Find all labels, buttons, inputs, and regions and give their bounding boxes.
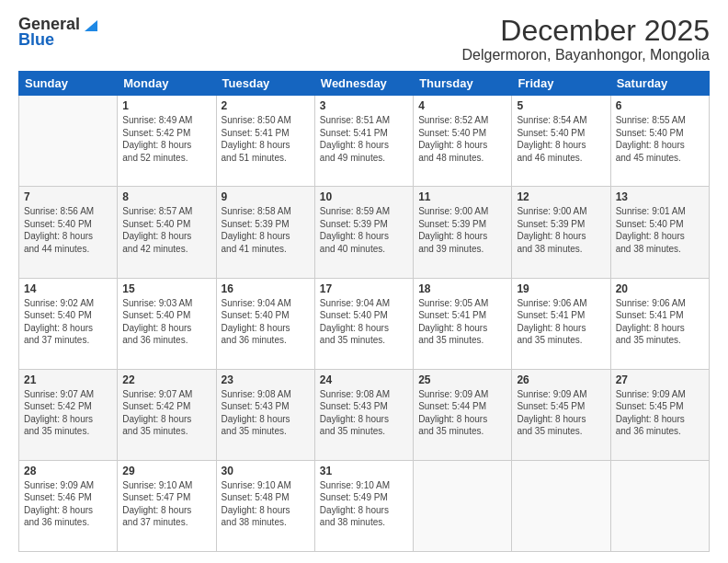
calendar-week-row: 21Sunrise: 9:07 AMSunset: 5:42 PMDayligh… xyxy=(19,369,710,460)
day-number: 16 xyxy=(222,282,310,295)
daylight-hours-label: Daylight: 8 hours xyxy=(24,231,93,241)
calendar-cell: 26Sunrise: 9:09 AMSunset: 5:45 PMDayligh… xyxy=(512,369,610,460)
calendar-cell: 23Sunrise: 9:08 AMSunset: 5:43 PMDayligh… xyxy=(216,369,314,460)
daylight-minutes-label: and 40 minutes. xyxy=(320,244,385,254)
daylight-hours-label: Daylight: 8 hours xyxy=(418,414,487,424)
header: General Blue December 2025 Delgermoron, … xyxy=(18,15,710,63)
logo-blue-text: Blue xyxy=(18,30,54,50)
month-year-title: December 2025 xyxy=(462,15,711,47)
sunrise-text: Sunrise: 9:02 AM xyxy=(24,298,94,308)
day-number: 18 xyxy=(418,282,506,295)
daylight-hours-label: Daylight: 8 hours xyxy=(418,140,487,150)
daylight-hours-label: Daylight: 8 hours xyxy=(517,140,586,150)
daylight-minutes-label: and 45 minutes. xyxy=(616,153,681,163)
daylight-minutes-label: and 38 minutes. xyxy=(517,244,582,254)
calendar-week-row: 28Sunrise: 9:09 AMSunset: 5:46 PMDayligh… xyxy=(19,460,710,551)
sunset-text: Sunset: 5:43 PM xyxy=(320,401,388,411)
sunrise-text: Sunrise: 9:09 AM xyxy=(517,389,586,399)
calendar-cell: 5Sunrise: 8:54 AMSunset: 5:40 PMDaylight… xyxy=(512,96,610,187)
calendar-cell: 3Sunrise: 8:51 AMSunset: 5:41 PMDaylight… xyxy=(314,96,413,187)
calendar-cell: 6Sunrise: 8:55 AMSunset: 5:40 PMDaylight… xyxy=(610,96,709,187)
svg-marker-0 xyxy=(85,20,97,31)
calendar-cell: 7Sunrise: 8:56 AMSunset: 5:40 PMDaylight… xyxy=(19,187,118,278)
daylight-hours-label: Daylight: 8 hours xyxy=(122,414,191,424)
sunrise-text: Sunrise: 9:03 AM xyxy=(122,298,192,308)
sunset-text: Sunset: 5:43 PM xyxy=(222,401,290,411)
sunset-text: Sunset: 5:41 PM xyxy=(222,128,290,138)
day-number: 2 xyxy=(222,99,310,112)
daylight-minutes-label: and 36 minutes. xyxy=(616,426,681,436)
sunset-text: Sunset: 5:40 PM xyxy=(222,310,290,320)
daylight-hours-label: Daylight: 8 hours xyxy=(320,140,389,150)
daylight-minutes-label: and 49 minutes. xyxy=(320,153,385,163)
sunset-text: Sunset: 5:42 PM xyxy=(122,401,190,411)
calendar-cell: 19Sunrise: 9:06 AMSunset: 5:41 PMDayligh… xyxy=(512,278,610,369)
daylight-hours-label: Daylight: 8 hours xyxy=(122,140,191,150)
day-header-wednesday: Wednesday xyxy=(314,72,413,96)
sunset-text: Sunset: 5:40 PM xyxy=(24,219,92,229)
day-header-tuesday: Tuesday xyxy=(216,72,314,96)
sunset-text: Sunset: 5:41 PM xyxy=(517,310,585,320)
calendar-header-row: SundayMondayTuesdayWednesdayThursdayFrid… xyxy=(19,72,710,96)
day-number: 11 xyxy=(418,190,506,203)
calendar-week-row: 14Sunrise: 9:02 AMSunset: 5:40 PMDayligh… xyxy=(19,278,710,369)
sunrise-text: Sunrise: 9:00 AM xyxy=(517,206,586,216)
day-number: 15 xyxy=(122,282,210,295)
daylight-minutes-label: and 39 minutes. xyxy=(418,244,483,254)
daylight-hours-label: Daylight: 8 hours xyxy=(222,140,290,150)
daylight-hours-label: Daylight: 8 hours xyxy=(122,323,191,333)
sunrise-text: Sunrise: 9:08 AM xyxy=(320,389,390,399)
calendar-cell xyxy=(19,96,118,187)
sunrise-text: Sunrise: 9:08 AM xyxy=(222,389,291,399)
day-number: 10 xyxy=(320,190,408,203)
daylight-minutes-label: and 35 minutes. xyxy=(320,335,385,345)
sunrise-text: Sunrise: 9:09 AM xyxy=(418,389,488,399)
sunset-text: Sunset: 5:40 PM xyxy=(122,219,190,229)
day-number: 6 xyxy=(616,99,704,112)
daylight-minutes-label: and 51 minutes. xyxy=(222,153,287,163)
sunrise-text: Sunrise: 9:05 AM xyxy=(418,298,488,308)
day-header-friday: Friday xyxy=(512,72,610,96)
sunset-text: Sunset: 5:41 PM xyxy=(616,310,684,320)
calendar-cell: 10Sunrise: 8:59 AMSunset: 5:39 PMDayligh… xyxy=(314,187,413,278)
daylight-hours-label: Daylight: 8 hours xyxy=(418,231,487,241)
sunrise-text: Sunrise: 9:00 AM xyxy=(418,206,488,216)
calendar-week-row: 7Sunrise: 8:56 AMSunset: 5:40 PMDaylight… xyxy=(19,187,710,278)
calendar-cell: 1Sunrise: 8:49 AMSunset: 5:42 PMDaylight… xyxy=(118,96,216,187)
calendar-cell xyxy=(414,460,512,551)
daylight-minutes-label: and 36 minutes. xyxy=(222,335,287,345)
sunset-text: Sunset: 5:44 PM xyxy=(418,401,486,411)
calendar-cell: 28Sunrise: 9:09 AMSunset: 5:46 PMDayligh… xyxy=(19,460,118,551)
daylight-minutes-label: and 36 minutes. xyxy=(122,335,188,345)
sunset-text: Sunset: 5:39 PM xyxy=(320,219,388,229)
day-number: 17 xyxy=(320,282,408,295)
daylight-minutes-label: and 41 minutes. xyxy=(222,244,287,254)
calendar-cell: 13Sunrise: 9:01 AMSunset: 5:40 PMDayligh… xyxy=(610,187,709,278)
day-header-monday: Monday xyxy=(118,72,216,96)
day-number: 30 xyxy=(222,465,310,477)
daylight-minutes-label: and 35 minutes. xyxy=(517,335,582,345)
day-number: 1 xyxy=(122,99,210,112)
calendar-cell: 12Sunrise: 9:00 AMSunset: 5:39 PMDayligh… xyxy=(512,187,610,278)
sunrise-text: Sunrise: 8:57 AM xyxy=(122,206,192,216)
sunrise-text: Sunrise: 9:01 AM xyxy=(616,206,686,216)
daylight-minutes-label: and 35 minutes. xyxy=(24,426,89,436)
daylight-minutes-label: and 48 minutes. xyxy=(418,153,483,163)
day-number: 22 xyxy=(122,373,210,386)
day-number: 27 xyxy=(616,373,704,386)
daylight-minutes-label: and 35 minutes. xyxy=(320,426,385,436)
daylight-hours-label: Daylight: 8 hours xyxy=(616,414,685,424)
day-number: 31 xyxy=(320,465,408,477)
sunset-text: Sunset: 5:40 PM xyxy=(517,128,585,138)
day-number: 21 xyxy=(24,373,112,386)
sunrise-text: Sunrise: 8:58 AM xyxy=(222,206,291,216)
day-number: 3 xyxy=(320,99,408,112)
calendar-cell: 11Sunrise: 9:00 AMSunset: 5:39 PMDayligh… xyxy=(414,187,512,278)
sunset-text: Sunset: 5:39 PM xyxy=(418,219,486,229)
daylight-hours-label: Daylight: 8 hours xyxy=(320,323,389,333)
sunset-text: Sunset: 5:40 PM xyxy=(24,310,92,320)
daylight-hours-label: Daylight: 8 hours xyxy=(616,140,685,150)
day-number: 13 xyxy=(616,190,704,203)
calendar-body: 1Sunrise: 8:49 AMSunset: 5:42 PMDaylight… xyxy=(19,96,710,552)
sunset-text: Sunset: 5:47 PM xyxy=(122,492,190,502)
